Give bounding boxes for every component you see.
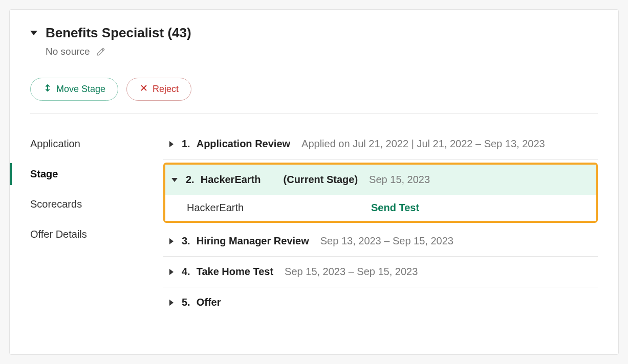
stage-row-hackerearth[interactable]: 2. HackerEarth (Current Stage) Sep 15, 2…	[165, 165, 596, 195]
stage-name: HackerEarth	[201, 174, 261, 186]
move-stage-icon	[43, 83, 52, 95]
collapse-caret-icon[interactable]	[171, 178, 178, 182]
stage-name: Application Review	[197, 138, 290, 150]
collapse-caret-icon[interactable]	[30, 31, 37, 35]
sub-stage-name: HackerEarth	[187, 202, 371, 214]
move-stage-button[interactable]: Move Stage	[30, 78, 118, 101]
stages-list: 1. Application Review Applied on Jul 21,…	[163, 129, 598, 317]
expand-caret-icon[interactable]	[169, 141, 174, 147]
stage-sub-row: HackerEarth Send Test	[165, 195, 596, 221]
sidebar-item-offer-details[interactable]: Offer Details	[30, 219, 133, 249]
stage-row-take-home-test[interactable]: 4. Take Home Test Sep 15, 2023 – Sep 15,…	[163, 257, 598, 287]
pencil-icon[interactable]	[96, 47, 105, 56]
sidebar: Application Stage Scorecards Offer Detai…	[30, 129, 133, 317]
stage-name: Offer	[197, 297, 221, 308]
sidebar-item-stage[interactable]: Stage	[30, 159, 133, 189]
expand-caret-icon[interactable]	[169, 238, 174, 244]
expand-caret-icon[interactable]	[169, 269, 174, 275]
source-row: No source	[46, 46, 598, 57]
body: Application Stage Scorecards Offer Detai…	[30, 129, 598, 317]
sidebar-item-scorecards[interactable]: Scorecards	[30, 189, 133, 219]
stage-row-application-review[interactable]: 1. Application Review Applied on Jul 21,…	[163, 129, 598, 160]
reject-label: Reject	[153, 84, 179, 95]
stage-meta: Applied on Jul 21, 2022 | Jul 21, 2022 –…	[301, 138, 545, 150]
sidebar-item-application[interactable]: Application	[30, 129, 133, 159]
stage-name: Take Home Test	[197, 266, 273, 278]
stage-number: 5.	[182, 297, 190, 308]
stage-number: 2.	[186, 174, 194, 186]
highlighted-current-stage: 2. HackerEarth (Current Stage) Sep 15, 2…	[163, 163, 598, 223]
stage-name: Hiring Manager Review	[197, 235, 309, 247]
header-row: Benefits Specialist (43)	[30, 25, 598, 41]
reject-button[interactable]: Reject	[126, 78, 191, 101]
stage-row-offer[interactable]: 5. Offer	[163, 287, 598, 317]
source-text: No source	[46, 46, 90, 57]
stage-meta: Sep 15, 2023 – Sep 15, 2023	[285, 266, 418, 278]
job-title: Benefits Specialist (43)	[46, 25, 191, 41]
send-test-link[interactable]: Send Test	[371, 202, 419, 214]
current-stage-tag: (Current Stage)	[284, 174, 358, 186]
action-buttons: Move Stage Reject	[30, 78, 598, 101]
move-stage-label: Move Stage	[56, 84, 105, 95]
stage-number: 1.	[182, 138, 190, 150]
reject-icon	[139, 83, 148, 95]
stage-number: 3.	[182, 235, 190, 247]
expand-caret-icon[interactable]	[169, 300, 174, 306]
candidate-card: Benefits Specialist (43) No source Move …	[9, 9, 619, 355]
stage-meta: Sep 13, 2023 – Sep 15, 2023	[320, 235, 453, 247]
stage-row-hiring-manager-review[interactable]: 3. Hiring Manager Review Sep 13, 2023 – …	[163, 226, 598, 257]
stage-meta: Sep 15, 2023	[369, 174, 430, 186]
divider	[30, 113, 598, 113]
stage-number: 4.	[182, 266, 190, 278]
